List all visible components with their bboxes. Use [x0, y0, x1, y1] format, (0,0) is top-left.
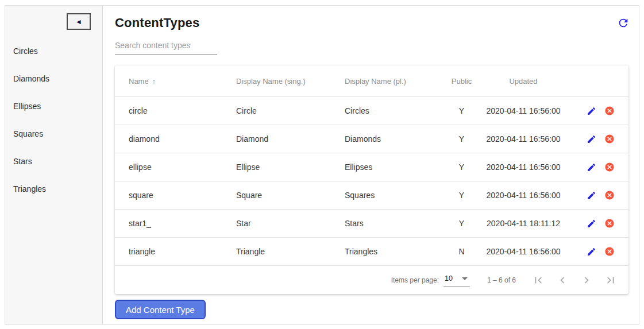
cell-display-name-plural: Squares — [345, 191, 443, 200]
sidebar-item-circles[interactable]: Circles — [5, 37, 102, 65]
cell-display-name-plural: Triangles — [345, 247, 443, 256]
sidebar-item-label: Triangles — [13, 184, 46, 193]
sidebar-item-label: Diamonds — [13, 74, 49, 83]
content-types-table-card: Name↑ Display Name (sing.) Display Name … — [115, 65, 628, 294]
sidebar-item-label: Stars — [13, 157, 32, 166]
cell-name: star1_ — [129, 219, 236, 228]
cell-display-name-plural: Stars — [345, 219, 443, 228]
column-header-display-name-singular[interactable]: Display Name (sing.) — [236, 77, 345, 86]
table-row: star1_ Star Stars Y 2020-04-11 18:11:12 — [115, 210, 628, 238]
chevron-right-icon — [580, 274, 593, 287]
last-page-button[interactable] — [603, 274, 618, 287]
refresh-button[interactable] — [616, 17, 630, 30]
sidebar-item-triangles[interactable]: Triangles — [5, 175, 102, 203]
sidebar-item-diamonds[interactable]: Diamonds — [5, 65, 102, 92]
cell-updated: 2020-04-11 16:56:00 — [480, 106, 566, 115]
items-per-page-label: Items per page: — [391, 276, 439, 284]
edit-pencil-icon — [587, 191, 596, 200]
column-header-name[interactable]: Name↑ — [129, 77, 236, 86]
next-page-button[interactable] — [579, 274, 594, 287]
table-row: circle Circle Circles Y 2020-04-11 16:56… — [115, 97, 628, 125]
refresh-icon — [617, 17, 630, 29]
cell-public: Y — [443, 162, 480, 172]
cell-actions — [566, 134, 615, 144]
delete-button[interactable] — [604, 190, 615, 200]
cell-display-name-plural: Diamonds — [345, 134, 443, 144]
cell-actions — [566, 106, 615, 116]
cell-updated: 2020-04-11 18:11:12 — [480, 219, 566, 228]
sidebar: ◄ Circles Diamonds Ellipses Squares Star… — [5, 6, 103, 324]
edit-pencil-icon — [587, 219, 596, 229]
cell-name: square — [129, 191, 236, 200]
chevron-left-icon — [556, 274, 569, 287]
column-header-updated[interactable]: Updated — [480, 77, 566, 86]
table-row: diamond Diamond Diamonds Y 2020-04-11 16… — [115, 125, 628, 153]
cell-display-name-singular: Diamond — [236, 134, 345, 144]
delete-button[interactable] — [604, 162, 615, 172]
edit-button[interactable] — [587, 162, 596, 172]
paginator-nav — [531, 274, 618, 287]
delete-cancel-icon — [604, 162, 615, 172]
cell-public: N — [443, 247, 480, 256]
sidebar-item-ellipses[interactable]: Ellipses — [5, 92, 102, 120]
previous-page-button[interactable] — [555, 274, 570, 287]
table-row: triangle Triangle Triangles N 2020-04-11… — [115, 238, 628, 266]
cell-public: Y — [443, 191, 480, 200]
sidebar-item-label: Ellipses — [13, 102, 41, 111]
first-page-icon — [532, 274, 545, 287]
cell-updated: 2020-04-11 16:56:00 — [480, 162, 566, 172]
table-row: square Square Squares Y 2020-04-11 16:56… — [115, 181, 628, 210]
delete-cancel-icon — [604, 190, 615, 200]
edit-button[interactable] — [587, 106, 596, 116]
page-range-label: 1 – 6 of 6 — [487, 276, 516, 284]
cell-name: ellipse — [129, 162, 236, 172]
sidebar-item-stars[interactable]: Stars — [5, 148, 102, 175]
edit-pencil-icon — [587, 247, 596, 257]
sidebar-nav: Circles Diamonds Ellipses Squares Stars … — [5, 37, 102, 203]
sidebar-item-squares[interactable]: Squares — [5, 120, 102, 148]
collapse-left-icon: ◄ — [75, 18, 82, 26]
cell-public: Y — [443, 134, 480, 144]
page-size-value: 10 — [445, 274, 453, 282]
cell-name: triangle — [129, 247, 236, 256]
edit-pencil-icon — [587, 134, 596, 144]
delete-cancel-icon — [604, 134, 615, 144]
edit-button[interactable] — [587, 247, 596, 257]
main-panel: ContentTypes Name↑ Display Name (sing.) … — [103, 6, 640, 324]
delete-cancel-icon — [604, 106, 615, 116]
cell-public: Y — [443, 106, 480, 115]
edit-pencil-icon — [587, 162, 596, 172]
cell-actions — [566, 162, 615, 172]
sidebar-item-label: Squares — [13, 129, 43, 138]
caret-down-icon — [462, 277, 468, 280]
delete-button[interactable] — [604, 134, 615, 144]
cell-display-name-singular: Circle — [236, 106, 345, 115]
last-page-icon — [604, 274, 617, 287]
cell-display-name-plural: Ellipses — [345, 162, 443, 172]
cell-actions — [566, 246, 615, 257]
search-input[interactable] — [115, 40, 217, 55]
add-content-type-button[interactable]: Add Content Type — [115, 300, 206, 319]
cell-updated: 2020-04-11 16:56:00 — [480, 247, 566, 256]
paginator: Items per page: 10 1 – 6 of 6 — [115, 266, 628, 294]
table-header-row: Name↑ Display Name (sing.) Display Name … — [115, 65, 628, 97]
sort-ascending-icon: ↑ — [152, 77, 156, 86]
cell-display-name-plural: Circles — [345, 106, 443, 115]
edit-pencil-icon — [587, 106, 596, 116]
cell-name: circle — [129, 106, 236, 115]
cell-display-name-singular: Ellipse — [236, 162, 345, 172]
cell-name: diamond — [129, 134, 236, 144]
column-header-display-name-plural[interactable]: Display Name (pl.) — [345, 77, 443, 86]
delete-button[interactable] — [604, 106, 615, 116]
delete-button[interactable] — [604, 218, 615, 229]
page-size-select[interactable]: 10 — [444, 273, 470, 287]
column-header-public[interactable]: Public — [443, 77, 480, 86]
first-page-button[interactable] — [531, 274, 546, 287]
edit-button[interactable] — [587, 219, 596, 229]
cell-display-name-singular: Square — [236, 191, 345, 200]
edit-button[interactable] — [587, 134, 596, 144]
sidebar-collapse-button[interactable]: ◄ — [67, 13, 91, 30]
edit-button[interactable] — [587, 191, 596, 200]
delete-button[interactable] — [604, 246, 615, 257]
cell-actions — [566, 218, 615, 229]
